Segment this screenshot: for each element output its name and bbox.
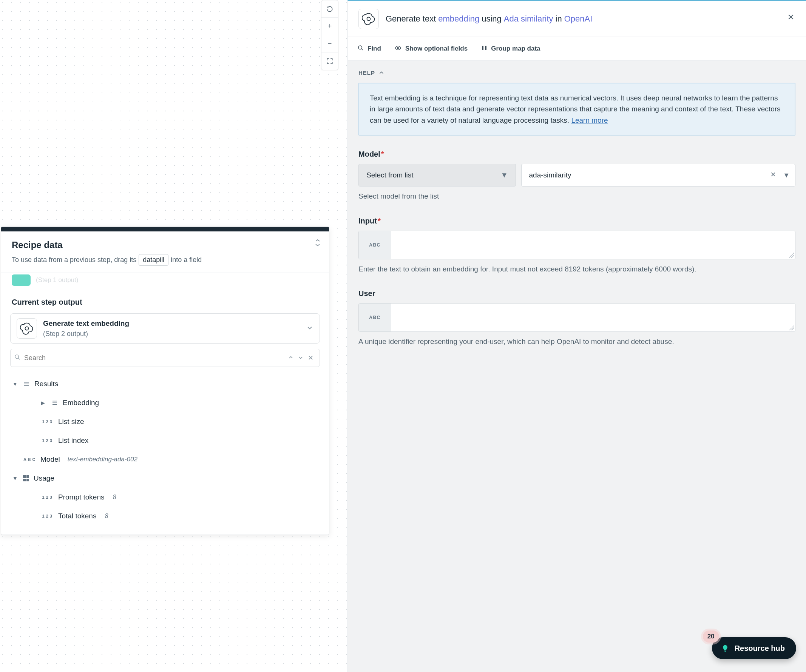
undo-icon (326, 6, 333, 12)
find-label: Find (367, 45, 381, 53)
tree-list-index[interactable]: 1 2 3 List index (41, 431, 320, 450)
model-mode-value: Select from list (367, 171, 414, 180)
zoom-out-button[interactable]: − (321, 35, 338, 53)
group-map-label: Group map data (491, 45, 540, 53)
svg-point-1 (15, 355, 18, 358)
group-map-button[interactable]: Group map data (481, 45, 540, 53)
tree-results[interactable]: ▼ Results (10, 374, 320, 394)
svg-point-14 (397, 47, 399, 49)
tree-usage[interactable]: ▼ Usage (10, 469, 320, 488)
openai-logo (17, 318, 37, 339)
tree-list-index-label: List index (58, 436, 88, 445)
resize-handle[interactable] (789, 252, 794, 258)
object-icon (23, 475, 29, 481)
config-title: Generate text embedding using Ada simila… (386, 14, 592, 24)
title-text-3: in (556, 14, 562, 24)
svg-line-2 (18, 358, 20, 359)
find-button[interactable]: Find (358, 45, 381, 53)
config-header: Generate text embedding using Ada simila… (348, 1, 806, 37)
open-model-dropdown[interactable]: ▼ (783, 171, 790, 180)
zoom-in-button[interactable]: + (321, 18, 338, 35)
step-card[interactable]: Generate text embedding (Step 2 output) (10, 313, 320, 344)
canvas[interactable]: + − Recipe data To use data from a previ… (0, 0, 347, 672)
canvas-controls: + − (321, 0, 339, 70)
svg-point-12 (358, 46, 362, 49)
title-highlight-embedding: embedding (438, 14, 479, 24)
field-model: Model* Select from list ▼ ada-similarity (358, 150, 795, 202)
tree-list-size-label: List size (58, 418, 84, 426)
model-value-select[interactable]: ada-similarity ▼ (521, 164, 795, 186)
string-type-icon: A B C (23, 457, 36, 462)
input-label-text: Input (358, 217, 377, 225)
step-ribbon: (Step 1 output) (1, 273, 329, 290)
svg-line-13 (362, 49, 363, 50)
user-textarea-wrap: ABC (358, 303, 795, 332)
tree-embedding[interactable]: ▶ Embedding (41, 394, 320, 412)
svg-point-9 (367, 17, 370, 21)
tree-model[interactable]: A B C Model text-embedding-ada-002 (10, 450, 320, 469)
resize-handle[interactable] (789, 325, 794, 330)
fit-screen-button[interactable] (321, 53, 338, 70)
expand-icon (326, 58, 333, 64)
step-sub: (Step 2 output) (43, 330, 129, 338)
resource-hub-button[interactable]: 20 Resource hub (712, 637, 796, 659)
search-prev-button[interactable] (286, 354, 296, 362)
show-optional-button[interactable]: Show optional fields (395, 44, 467, 53)
tree-prompt-tokens-value: 8 (113, 494, 116, 501)
chevron-up-icon (379, 70, 384, 76)
datapill-search-input[interactable] (24, 354, 286, 362)
user-textarea[interactable] (391, 303, 795, 331)
chevron-down-icon[interactable] (307, 324, 313, 333)
resource-hub-count: 20 (703, 631, 719, 642)
list-icon (51, 399, 58, 406)
collapse-icon[interactable] (315, 239, 320, 249)
input-textarea-wrap: ABC (358, 231, 795, 259)
title-highlight-ada: Ada similarity (504, 14, 553, 24)
tree-results-label: Results (35, 380, 58, 388)
search-next-button[interactable] (296, 354, 306, 362)
tree-list-size[interactable]: 1 2 3 List size (41, 412, 320, 431)
search-icon (358, 45, 364, 53)
tree-total-tokens-value: 8 (105, 513, 108, 519)
learn-more-link[interactable]: Learn more (571, 116, 608, 124)
model-help: Select model from the list (358, 191, 795, 202)
caret-right-icon: ▶ (41, 400, 47, 406)
step-ribbon-text: (Step 1 output) (36, 276, 78, 284)
user-label-text: User (358, 289, 375, 298)
field-input: Input* ABC Enter the text to obtain an e… (358, 217, 795, 275)
clear-model-button[interactable] (770, 171, 776, 180)
model-label: Model* (358, 150, 795, 158)
model-mode-select[interactable]: Select from list ▼ (358, 164, 516, 186)
recipe-subtitle-pre: To use data from a previous step, drag i… (12, 256, 136, 264)
string-type-icon: ABC (359, 303, 391, 331)
tree-prompt-tokens[interactable]: 1 2 3 Prompt tokens 8 (41, 488, 320, 507)
eye-icon (395, 44, 401, 53)
title-highlight-openai: OpenAI (564, 14, 593, 24)
undo-button[interactable] (321, 0, 338, 18)
plus-icon: + (328, 22, 332, 30)
openai-icon (362, 12, 375, 26)
tree-embedding-label: Embedding (63, 399, 99, 407)
search-clear-button[interactable]: ✕ (306, 354, 316, 362)
current-step-output-label: Current step output (1, 290, 329, 311)
title-text-2: using (482, 14, 502, 24)
help-toggle[interactable]: HELP (358, 69, 795, 76)
list-icon (23, 380, 30, 387)
close-button[interactable] (787, 12, 794, 23)
svg-rect-16 (485, 46, 486, 50)
tree-prompt-tokens-label: Prompt tokens (58, 493, 105, 501)
title-text-1: Generate text (386, 14, 436, 24)
model-value-text: ada-similarity (529, 171, 571, 180)
recipe-header: Recipe data To use data from a previous … (1, 231, 329, 273)
tree-model-value: text-embedding-ada-002 (68, 456, 137, 463)
recipe-data-subtitle: To use data from a previous step, drag i… (12, 254, 319, 266)
recipe-subtitle-post: into a field (171, 256, 202, 264)
tree-total-tokens[interactable]: 1 2 3 Total tokens 8 (41, 507, 320, 525)
tree-usage-label: Usage (34, 474, 55, 483)
output-tree: ▼ Results ▶ Embedding 1 2 3 List size (1, 372, 329, 535)
panel-topbar (1, 227, 329, 231)
input-help: Enter the text to obtain an embedding fo… (358, 264, 795, 275)
svg-rect-15 (482, 46, 484, 50)
recipe-data-title: Recipe data (12, 240, 319, 250)
input-textarea[interactable] (391, 231, 795, 259)
